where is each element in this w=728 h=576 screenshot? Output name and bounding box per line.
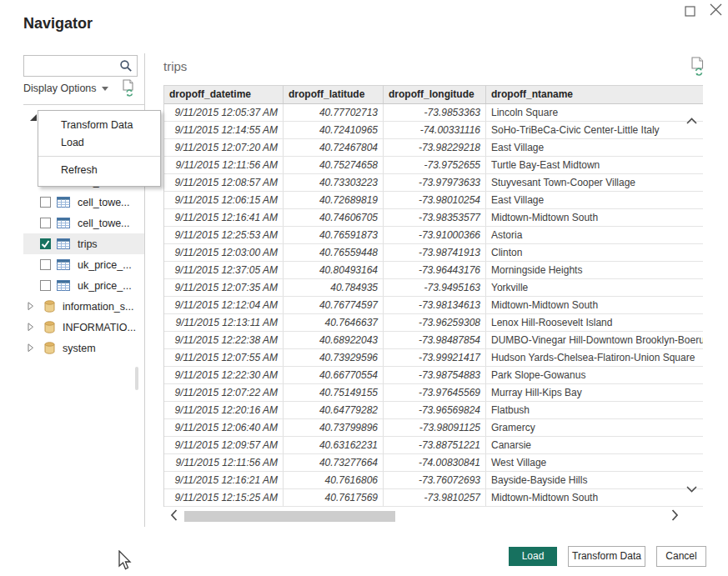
menu-item-refresh[interactable]: Refresh [38, 162, 160, 179]
preview-refresh-button[interactable] [690, 57, 705, 79]
table-cell: -73.98754883 [384, 367, 486, 383]
table-cell: Bayside-Bayside Hills [486, 472, 703, 488]
tree-item-table[interactable]: cell_towe... [23, 213, 144, 233]
chevron-left-icon [170, 509, 178, 521]
table-cell: 40.7617569 [284, 489, 384, 506]
document-refresh-icon [690, 57, 705, 76]
checkbox[interactable] [40, 238, 51, 249]
tree-item-table[interactable]: uk_price_... [23, 254, 144, 275]
table-icon [57, 280, 70, 291]
table-cell: -73.96259308 [384, 314, 486, 331]
table-cell: -73.9810257 [384, 489, 486, 506]
table-cell: 40.784935 [284, 279, 384, 296]
table-cell: 40.66770554 [284, 367, 384, 383]
table-row: 9/11/2015 12:07:35 AM40.784935-73.949516… [164, 279, 703, 297]
chevron-down-icon [686, 485, 697, 493]
column-header: dropoff_datetime [164, 86, 284, 103]
display-options-dropdown[interactable]: Display Options [23, 83, 108, 94]
search-icon[interactable] [119, 59, 133, 73]
table-cell: 9/11/2015 12:05:37 AM [164, 104, 284, 121]
table-cell: 40.76559448 [284, 244, 384, 261]
table-cell: 9/11/2015 12:03:00 AM [164, 244, 284, 261]
table-row: 9/11/2015 12:22:38 AM40.68922043-73.9848… [164, 332, 703, 349]
table-cell: 9/11/2015 12:07:55 AM [164, 349, 284, 366]
table-cell: Midtown-Midtown South [486, 297, 703, 313]
table-cell: -73.97645569 [384, 384, 486, 401]
table-row: 9/11/2015 12:06:15 AM40.72689819-73.9801… [164, 192, 703, 209]
table-cell: East Village [486, 192, 703, 208]
chevron-right-triangle-icon [28, 343, 34, 353]
table-icon [57, 218, 70, 228]
cancel-button[interactable]: Cancel [656, 546, 706, 567]
cursor-arrow-icon [118, 550, 133, 572]
expanded-triangle-icon [29, 113, 38, 122]
mouse-cursor [118, 550, 133, 575]
table-cell: -73.98353577 [384, 209, 486, 226]
table-cell: 9/11/2015 12:07:22 AM [164, 384, 284, 401]
tree-scrollbar-thumb[interactable] [135, 367, 138, 390]
table-cell: 40.68922043 [284, 332, 384, 348]
close-icon [710, 3, 722, 16]
column-header: dropoff_ntaname [486, 86, 703, 103]
scroll-left-button[interactable] [170, 509, 178, 524]
table-cell: 40.7646637 [284, 314, 384, 331]
checkbox[interactable] [40, 280, 51, 291]
tree-item-database[interactable]: system [23, 338, 144, 358]
tree-item-database[interactable]: INFORMATIO... [23, 317, 144, 338]
horizontal-scrollbar-thumb[interactable] [184, 511, 395, 522]
database-icon [44, 300, 55, 313]
table-cell: Lincoln Square [486, 104, 703, 121]
scroll-right-button[interactable] [671, 509, 679, 524]
table-cell: 9/11/2015 12:06:40 AM [164, 419, 284, 436]
table-cell: Murray Hill-Kips Bay [486, 384, 703, 401]
search-input[interactable] [24, 56, 119, 76]
close-button[interactable] [710, 3, 722, 19]
scroll-down-button[interactable] [686, 481, 697, 496]
table-row: 9/11/2015 12:14:55 AM40.72410965-74.0033… [164, 122, 703, 139]
column-header: dropoff_latitude [284, 86, 384, 103]
table-row: 9/11/2015 12:11:56 AM40.75274658-73.9752… [164, 157, 703, 174]
table-row: 9/11/2015 12:37:05 AM40.80493164-73.9644… [164, 262, 703, 279]
menu-item-load[interactable]: Load [38, 134, 160, 152]
table-icon [57, 238, 70, 249]
table-cell: 9/11/2015 12:13:11 AM [164, 314, 284, 331]
table-cell: Turtle Bay-East Midtown [486, 157, 703, 173]
table-cell: Midtown-Midtown South [486, 489, 703, 506]
table-cell: West Village [486, 454, 703, 471]
table-cell: 40.63162231 [284, 437, 384, 453]
load-button[interactable]: Load [509, 547, 557, 566]
table-row: 9/11/2015 12:03:00 AM40.76559448-73.9874… [164, 244, 703, 262]
table-icon [57, 197, 70, 208]
tree-item-table[interactable]: trips [23, 233, 144, 254]
table-cell: -73.98229218 [384, 139, 486, 156]
navigator-refresh-button[interactable] [122, 79, 136, 100]
table-row: 9/11/2015 12:25:53 AM40.76591873-73.9100… [164, 227, 703, 244]
maximize-button[interactable] [685, 5, 695, 20]
table-cell: -73.9853363 [384, 104, 486, 121]
table-row: 9/11/2015 12:12:04 AM40.76774597-73.9813… [164, 297, 703, 314]
table-cell: 9/11/2015 12:06:15 AM [164, 192, 284, 208]
table-cell: 40.75149155 [284, 384, 384, 401]
tree-item-database[interactable]: information_s... [23, 296, 144, 317]
display-options-label: Display Options [23, 83, 97, 94]
table-cell: Park Slope-Gowanus [486, 367, 703, 383]
table-cell: East Village [486, 139, 703, 156]
checkbox[interactable] [40, 197, 51, 208]
tree-item-table[interactable]: uk_price_... [23, 275, 144, 296]
table-cell: 40.76591873 [284, 227, 384, 243]
chevron-down-icon [102, 87, 108, 91]
context-menu: Transform DataLoadRefresh [38, 110, 161, 187]
transform-data-button[interactable]: Transform Data [568, 546, 645, 567]
table-cell: Morningside Heights [486, 262, 703, 278]
table-row: 9/11/2015 12:09:57 AM40.63162231-73.8875… [164, 437, 703, 454]
checkbox[interactable] [40, 259, 51, 270]
chevron-right-triangle-icon [28, 323, 34, 332]
table-cell: 9/11/2015 12:20:16 AM [164, 402, 284, 418]
scroll-up-button[interactable] [686, 113, 697, 128]
tree-item-table[interactable]: cell_towe... [23, 192, 144, 213]
tree-panel-border [23, 104, 144, 105]
checkbox[interactable] [40, 218, 51, 228]
menu-item-transform-data[interactable]: Transform Data [38, 117, 160, 134]
table-row: 9/11/2015 12:16:41 AM40.74606705-73.9835… [164, 209, 703, 227]
table-cell: 40.64779282 [284, 402, 384, 418]
